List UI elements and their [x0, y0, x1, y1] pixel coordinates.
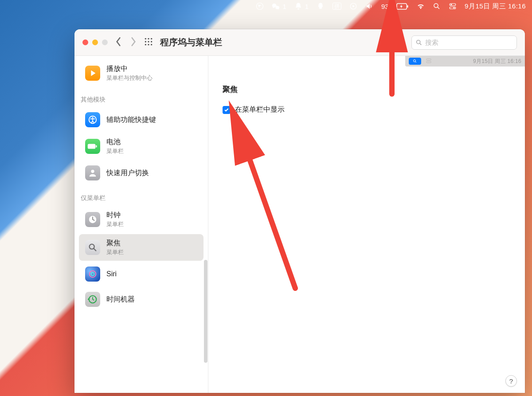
sidebar-item-label: 时钟 [106, 211, 124, 220]
window-title: 程序坞与菜单栏 [160, 36, 222, 48]
sidebar: 播放中 菜单栏与控制中心 其他模块 辅助功能快捷键 电池 菜单栏 快速用户切换 [74, 56, 208, 393]
battery-icon [85, 139, 100, 154]
menubar-app-icon[interactable] [256, 2, 264, 10]
search-field[interactable] [411, 35, 517, 50]
svg-point-14 [151, 41, 152, 42]
svg-point-26 [90, 271, 96, 278]
siri-icon [85, 267, 100, 282]
sidebar-item-label: 时间机器 [106, 295, 135, 304]
forward-button[interactable] [130, 37, 137, 48]
sidebar-item-timemachine[interactable]: 时间机器 [79, 287, 203, 311]
sidebar-scrollbar[interactable] [204, 260, 207, 363]
svg-point-27 [91, 272, 94, 275]
system-menubar: 1 1 拼 93% 9月15日 周三 16:16 [0, 0, 532, 12]
annotation-arrow-top [379, 14, 405, 100]
sidebar-item-sub: 菜单栏 [106, 220, 124, 228]
search-input[interactable] [425, 39, 513, 46]
svg-rect-21 [88, 144, 96, 149]
svg-rect-3 [407, 5, 408, 8]
search-icon [415, 39, 422, 46]
sidebar-item-nowplaying[interactable]: 播放中 菜单栏与控制中心 [79, 60, 203, 86]
svg-point-23 [91, 170, 94, 173]
annotation-arrow-diag [229, 120, 317, 299]
zoom-button[interactable] [102, 39, 108, 45]
minimize-button[interactable] [92, 39, 98, 45]
svg-rect-22 [96, 145, 97, 148]
pane-heading: 聚焦 [223, 84, 511, 94]
sidebar-item-label: 播放中 [106, 64, 153, 74]
back-button[interactable] [115, 37, 122, 48]
timemachine-icon [85, 292, 100, 307]
close-button[interactable] [82, 39, 88, 45]
notification-icon[interactable]: 1 [294, 2, 309, 10]
svg-point-8 [454, 7, 455, 8]
svg-rect-7 [450, 7, 456, 9]
battery-status[interactable]: 93% [381, 3, 409, 10]
traffic-lights [82, 39, 108, 45]
svg-point-4 [434, 4, 438, 8]
menubar-datetime[interactable]: 9月15日 周三 16:16 [465, 2, 526, 11]
notification-badge: 1 [305, 3, 309, 10]
svg-rect-31 [426, 61, 431, 63]
show-in-menubar-checkbox[interactable]: 在菜单栏中显示 [223, 105, 511, 114]
svg-point-16 [148, 44, 149, 45]
sidebar-item-fastswitch[interactable]: 快速用户切换 [79, 161, 203, 185]
wechat-badge: 1 [282, 3, 286, 10]
show-all-button[interactable] [144, 37, 153, 48]
window-toolbar: 程序坞与菜单栏 [74, 29, 525, 56]
sidebar-item-label: 辅助功能快捷键 [106, 115, 156, 125]
svg-point-20 [92, 117, 94, 118]
preview-cc-icon [426, 58, 432, 65]
svg-point-29 [414, 60, 416, 62]
svg-point-10 [148, 38, 149, 39]
sidebar-item-accessibility[interactable]: 辅助功能快捷键 [79, 108, 203, 132]
accessibility-icon [85, 112, 100, 127]
svg-point-6 [451, 4, 452, 5]
checkbox-box [223, 106, 231, 114]
svg-point-0 [257, 3, 263, 10]
svg-point-12 [145, 41, 146, 42]
svg-point-13 [148, 41, 149, 42]
spotlight-icon[interactable] [433, 2, 441, 10]
svg-rect-5 [450, 4, 456, 6]
volume-icon[interactable] [365, 2, 373, 10]
magnifier-icon [85, 240, 100, 255]
preview-spotlight-icon [409, 58, 421, 65]
sidebar-section-other: 其他模块 [74, 88, 208, 106]
sidebar-item-sub: 菜单栏 [106, 147, 124, 155]
svg-point-18 [417, 40, 420, 43]
qq-icon[interactable] [317, 2, 325, 10]
sidebar-section-menubar: 仅菜单栏 [74, 186, 208, 205]
clock-icon [85, 212, 100, 227]
menubar-preview: 9月15日 周三 16:16 [405, 56, 525, 67]
ime-icon[interactable]: 拼 [332, 3, 341, 10]
sidebar-item-spotlight[interactable]: 聚焦 菜单栏 [79, 234, 203, 261]
checkbox-label: 在菜单栏中显示 [235, 105, 285, 114]
sidebar-item-sub: 菜单栏与控制中心 [106, 74, 153, 82]
svg-rect-30 [426, 59, 431, 60]
sidebar-item-label: 快速用户切换 [106, 169, 149, 178]
sidebar-item-siri[interactable]: Siri [79, 262, 203, 286]
sidebar-item-label: 电池 [106, 137, 124, 147]
nav-buttons [115, 37, 137, 48]
control-center-icon[interactable] [449, 2, 457, 10]
svg-point-17 [151, 44, 152, 45]
svg-point-9 [145, 38, 146, 39]
svg-point-15 [145, 44, 146, 45]
wechat-icon[interactable]: 1 [272, 2, 286, 10]
sidebar-item-sub: 菜单栏 [106, 248, 124, 256]
sidebar-item-clock[interactable]: 时钟 菜单栏 [79, 206, 203, 233]
sidebar-item-battery[interactable]: 电池 菜单栏 [79, 133, 203, 160]
sidebar-item-label: Siri [106, 270, 117, 278]
wifi-icon[interactable] [417, 2, 425, 10]
user-icon [85, 165, 100, 180]
help-button[interactable]: ? [505, 375, 517, 387]
svg-point-11 [151, 38, 152, 39]
preview-datetime: 9月15日 周三 16:16 [473, 58, 521, 65]
play-icon [85, 66, 100, 81]
playback-icon[interactable] [349, 2, 357, 10]
sidebar-item-label: 聚焦 [106, 239, 124, 248]
